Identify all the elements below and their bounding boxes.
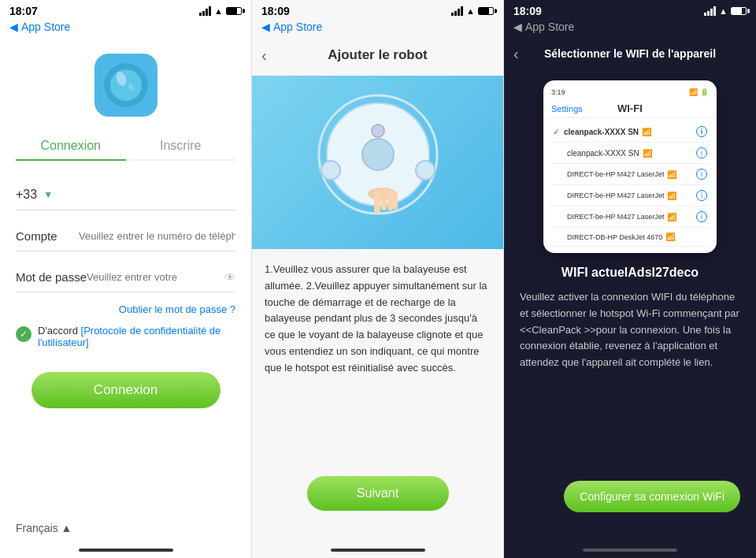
password-row: Mot de passe 👁 (16, 262, 235, 292)
nav-title-row-3: ‹ Sélectionner le WIFI de l'appareil (513, 41, 747, 66)
mock-header: Settings WI-FI (543, 99, 717, 118)
nav-header-3: ‹ Sélectionner le WIFI de l'appareil (504, 38, 756, 73)
back-button-3[interactable]: ‹ (513, 45, 519, 63)
compte-input[interactable] (79, 230, 235, 242)
wifi-signal-icon-3: 📶 (667, 170, 676, 179)
password-input[interactable] (87, 271, 224, 283)
nav-title-row-2: ‹ Ajouter le robot (261, 41, 494, 69)
battery-icon-2 (478, 7, 494, 15)
language-selector[interactable]: Français ▲ (16, 522, 72, 534)
svg-point-7 (321, 161, 340, 180)
svg-point-8 (416, 161, 435, 180)
back-arrow-2: ◀ (261, 20, 270, 33)
phone-mock: 3:19 📶 🔋 Settings WI-FI ✓ cleanpack-XXXX… (543, 80, 717, 253)
forgot-row: Oublier le mot de passe ? (16, 303, 235, 315)
wifi-name-3: DIRECT-be-HP M427 LaserJet (567, 170, 664, 178)
wifi-check-icon: ✓ (553, 128, 559, 136)
forgot-link[interactable]: Oublier le mot de passe ? (119, 303, 235, 315)
phone-mock-container: 3:19 📶 🔋 Settings WI-FI ✓ cleanpack-XXXX… (504, 73, 756, 253)
dropdown-arrow-icon: ▼ (43, 189, 53, 200)
page-title-2: Ajouter le robot (328, 47, 428, 63)
password-label: Mot de passe (16, 270, 87, 284)
back-arrow-1: ◀ (9, 20, 18, 33)
wifi-signal-icon: 📶 (642, 128, 651, 136)
wifi-info-btn-4[interactable]: i (696, 190, 707, 201)
home-indicator-2 (331, 549, 425, 552)
wifi-name-title: WIFI actuelAdsl27deco (520, 266, 740, 280)
app-store-nav-3[interactable]: ◀ App Store (504, 19, 756, 38)
mock-icons: 📶 🔋 (689, 88, 709, 96)
login-content: Connexion Inscrire +33 ▼ Compte Mot de p… (0, 38, 251, 558)
wifi-signal-icon-5: 📶 (667, 213, 676, 221)
eye-icon[interactable]: 👁 (224, 271, 235, 284)
agree-row: D'accord [Protocole de confidentialité d… (16, 325, 235, 348)
wifi-item-2[interactable]: cleanpack-XXXX SN 📶 i (550, 143, 710, 164)
agree-text: D'accord [Protocole de confidentialité d… (38, 325, 235, 348)
wifi-item-6[interactable]: DIRECT-DB-HP DeskJet 4670 📶 (550, 228, 710, 247)
status-bar-3: 18:09 ▲ (504, 0, 756, 19)
phone-selector[interactable]: +33 ▼ (16, 180, 235, 210)
login-button[interactable]: Connexion (32, 372, 220, 408)
battery-icon (226, 7, 242, 15)
screen-add-robot: 18:09 ▲ ◀ App Store ‹ Ajouter le robot (252, 0, 504, 558)
wifi-item-3[interactable]: DIRECT-be-HP M427 LaserJet 📶 i (550, 164, 710, 185)
next-button[interactable]: Suivant (307, 476, 449, 511)
robot-illustration (252, 76, 503, 249)
time-2: 18:09 (261, 5, 290, 17)
svg-rect-11 (374, 190, 380, 214)
agree-checkbox[interactable] (16, 326, 32, 342)
wifi-signal-icon-4: 📶 (667, 192, 676, 200)
mock-time: 3:19 (551, 88, 565, 96)
home-indicator-1 (79, 549, 173, 552)
app-store-nav-2[interactable]: ◀ App Store (252, 19, 503, 38)
status-icons-2: ▲ (451, 6, 494, 16)
wifi-item-5[interactable]: DIRECT-be-HP M427 LaserJet 📶 i (550, 206, 710, 228)
instructions-text: 1.Veuillez vous assurer que la balayeuse… (252, 249, 503, 389)
compte-label: Compte (16, 229, 79, 243)
screen-login: 18:07 ▲ ◀ App Store Connexion Inscrire (0, 0, 252, 558)
svg-rect-13 (387, 190, 393, 210)
screen3-main-content: WIFI actuelAdsl27deco Veuillez activer l… (504, 253, 756, 384)
wifi-info-btn-3[interactable]: i (696, 169, 707, 180)
battery-icon-3 (731, 7, 747, 15)
status-bar-1: 18:07 ▲ (0, 0, 251, 19)
back-arrow-3: ◀ (513, 20, 522, 33)
wifi-item-4[interactable]: DIRECT-be-HP M427 LaserJet 📶 i (550, 185, 710, 206)
app-store-label-3: App Store (525, 20, 574, 33)
svg-point-9 (372, 125, 384, 137)
time-3: 18:09 (513, 5, 542, 17)
tab-bar: Connexion Inscrire (16, 132, 235, 161)
wifi-description: Veuillez activer la connexion WIFI du té… (520, 289, 740, 371)
config-wifi-button[interactable]: Configurer sa connexion WiFi (564, 481, 740, 512)
wifi-signal-icon-2: 📶 (643, 149, 652, 158)
status-bar-2: 18:09 ▲ (252, 0, 503, 19)
wifi-icon-3: ▲ (719, 6, 728, 16)
signal-icon-3 (704, 6, 716, 16)
wifi-info-btn-2[interactable]: i (696, 147, 707, 158)
wifi-name-4: DIRECT-be-HP M427 LaserJet (567, 192, 664, 199)
language-label: Français ▲ (16, 522, 72, 534)
screen-wifi-select: 18:09 ▲ ◀ App Store ‹ Sélectionner le WI… (504, 0, 756, 558)
wifi-info-btn-1[interactable]: i (696, 126, 707, 137)
wifi-name-6: DIRECT-DB-HP DeskJet 4670 (567, 233, 662, 241)
status-icons-1: ▲ (199, 6, 242, 16)
compte-row: Compte (16, 221, 235, 251)
tab-connexion[interactable]: Connexion (16, 132, 126, 161)
app-store-nav-1[interactable]: ◀ App Store (0, 19, 251, 38)
instructions-content: 1.Veuillez vous assurer que la balayeuse… (265, 263, 487, 374)
wifi-icon: ▲ (214, 6, 223, 16)
wifi-name-5: DIRECT-be-HP M427 LaserJet (567, 213, 664, 221)
wifi-name-2: cleanpack-XXXX SN (567, 149, 639, 158)
app-logo (94, 54, 158, 117)
wifi-icon-2: ▲ (466, 6, 475, 16)
back-button-2[interactable]: ‹ (261, 46, 267, 65)
mock-wifi-title: WI-FI (617, 102, 643, 114)
wifi-item-selected-1[interactable]: ✓ cleanpack-XXXX SN 📶 i (550, 121, 710, 143)
svg-point-6 (362, 139, 394, 170)
signal-icon (199, 6, 211, 16)
nav-header-2: ‹ Ajouter le robot (252, 38, 503, 76)
wifi-name-1: cleanpack-XXXX SN (564, 128, 639, 136)
tab-inscrire[interactable]: Inscrire (126, 132, 236, 159)
wifi-info-btn-5[interactable]: i (696, 211, 707, 222)
mock-settings: Settings (551, 104, 583, 113)
